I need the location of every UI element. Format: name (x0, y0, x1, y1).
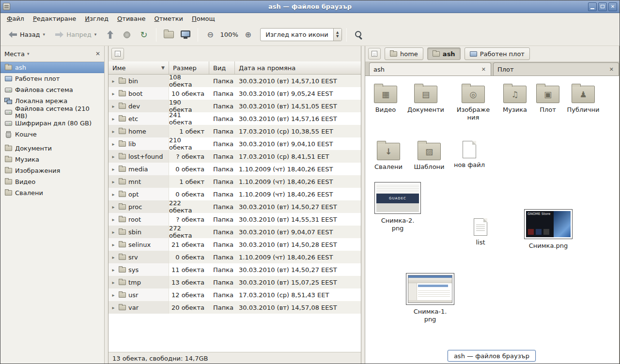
sidebar-item[interactable]: Файлова система (210 MB) (0, 106, 104, 118)
table-row[interactable]: ▸ mnt 1 обект Папка 1.10.2009 (чт) 18,40… (108, 175, 361, 188)
expander-icon[interactable]: ▸ (110, 305, 116, 310)
titlebar[interactable]: ash — файлов браузър ✕ (0, 0, 620, 13)
sidebar-item[interactable]: Свалени (0, 187, 104, 198)
icon-canvas[interactable]: ▦ Видео ▤ Документи ◎ Изображения ♫ Музи… (365, 76, 619, 364)
icon-item-snimka1[interactable]: Снимка-1.png (406, 273, 454, 323)
expander-icon[interactable]: ▸ (110, 104, 116, 109)
sidebar-item[interactable]: Музика (0, 154, 104, 165)
icon-item-public[interactable]: ♟ Публични (563, 82, 604, 114)
table-row[interactable]: ▸ proc 222 обекта Папка 30.03.2010 (вт) … (108, 200, 361, 213)
table-row[interactable]: ▸ opt 0 обекта Папка 1.10.2009 (чт) 18,4… (108, 188, 361, 200)
column-header-modified[interactable]: Дата на промяна (235, 61, 361, 74)
sidebar-item[interactable]: ash (0, 62, 104, 73)
computer-button[interactable] (178, 27, 193, 43)
column-header-name[interactable]: Име ▼ (108, 61, 169, 74)
search-button[interactable] (351, 27, 367, 43)
menu-item[interactable]: Файл (2, 14, 29, 23)
home-button[interactable] (161, 27, 176, 43)
sidebar-item[interactable]: Кошче (0, 129, 104, 140)
sidebar-title[interactable]: Места (4, 50, 25, 58)
menu-item[interactable]: Отиване (113, 14, 150, 23)
icon-item-images[interactable]: ◎ Изображения (453, 82, 494, 121)
table-row[interactable]: ▸ etc 241 обекта Папка 30.03.2010 (вт) 1… (108, 112, 361, 125)
up-button[interactable] (102, 27, 118, 43)
table-row[interactable]: ▸ media 0 обекта Папка 1.10.2009 (чт) 18… (108, 163, 361, 175)
breadcrumb-ash-button[interactable]: ash (427, 47, 461, 60)
expander-icon[interactable]: ▸ (110, 217, 116, 222)
table-row[interactable]: ▸ selinux 21 обекта Папка 30.03.2010 (вт… (108, 238, 361, 251)
table-row[interactable]: ▸ var 20 обекта Папка 30.03.2010 (вт) 14… (108, 301, 361, 314)
back-button[interactable]: Назад ▾ (4, 27, 49, 43)
sidebar-item[interactable]: Видео (0, 176, 104, 187)
menu-item[interactable]: Отметки (150, 14, 188, 23)
menu-item[interactable]: Редактиране (29, 14, 80, 23)
icon-item-snimka2[interactable]: GUADEC Снимка-2.png (373, 182, 422, 232)
icon-item-new-file[interactable]: нов файл (449, 139, 490, 169)
forward-button[interactable]: Напред ▾ (51, 27, 101, 43)
column-header-size[interactable]: Размер (169, 61, 209, 74)
expander-icon[interactable]: ▸ (110, 78, 116, 84)
icon-item-documents[interactable]: ▤ Документи (405, 82, 446, 114)
tab-plot[interactable]: Плот ✕ (493, 62, 619, 76)
sidebar-item[interactable]: Работен плот (0, 73, 104, 84)
reload-button[interactable]: ↻ (136, 27, 152, 43)
expander-icon[interactable]: ▸ (110, 116, 116, 121)
table-row[interactable]: ▸ boot 10 обекта Папка 30.03.2010 (вт) 9… (108, 87, 361, 100)
sidebar-item[interactable]: Файлова система (0, 84, 104, 95)
icon-item-templates[interactable]: ▨ Шаблони (409, 139, 450, 171)
tab-close-icon[interactable]: ✕ (608, 66, 615, 73)
table-row[interactable]: ▸ usr 12 обекта Папка 17.03.2010 (ср) 8,… (108, 288, 361, 301)
table-row[interactable]: ▸ lib 210 обекта Папка 30.03.2010 (вт) 9… (108, 137, 361, 150)
expander-icon[interactable]: ▸ (110, 154, 116, 159)
table-row[interactable]: ▸ sys 11 обекта Папка 30.03.2010 (вт) 14… (108, 263, 361, 276)
icon-item-desktop[interactable]: ▣ Плот (527, 82, 568, 114)
sidebar-item[interactable]: Документи (0, 143, 104, 154)
table-row[interactable]: ▸ bin 108 обекта Папка 30.03.2010 (вт) 1… (108, 75, 361, 87)
menu-item[interactable]: Помощ (187, 14, 219, 23)
expander-icon[interactable]: ▸ (110, 242, 116, 247)
expander-icon[interactable]: ▸ (110, 141, 116, 147)
pane-splitter[interactable] (105, 46, 108, 364)
pane-location-toggle-button[interactable] (111, 48, 124, 60)
zoom-out-button[interactable]: ⊖ (202, 27, 218, 43)
expander-icon[interactable]: ▸ (110, 167, 116, 172)
table-row[interactable]: ▸ tmp 13 обекта Папка 30.03.2010 (вт) 15… (108, 276, 361, 288)
tab-ash[interactable]: ash ✕ (369, 62, 491, 76)
expander-icon[interactable]: ▸ (110, 255, 116, 260)
zoom-in-button[interactable]: ⊕ (240, 27, 256, 43)
breadcrumb-desktop-button[interactable]: Работен плот (465, 47, 530, 60)
expander-icon[interactable]: ▸ (110, 192, 116, 197)
expander-icon[interactable]: ▸ (110, 179, 116, 184)
expander-icon[interactable]: ▸ (110, 204, 116, 210)
icon-item-snimka[interactable]: GNOME Store Снимка.png (524, 209, 573, 250)
expander-icon[interactable]: ▸ (110, 129, 116, 134)
pane-location-toggle-button[interactable] (368, 48, 381, 60)
spinner-arrows-icon[interactable]: ▲▼ (333, 29, 341, 41)
taskbar-window-label[interactable]: ash — файлов браузър (448, 350, 536, 362)
expander-icon[interactable]: ▸ (110, 229, 116, 235)
minimize-button[interactable] (588, 2, 597, 11)
table-row[interactable]: ▸ root ? обекта Папка 30.03.2010 (вт) 14… (108, 213, 361, 226)
view-mode-select[interactable]: Изглед като икони ▲▼ (260, 28, 342, 41)
menu-item[interactable]: Изглед (80, 14, 113, 23)
icon-item-video[interactable]: ▦ Видео (365, 82, 406, 114)
expander-icon[interactable]: ▸ (110, 91, 116, 96)
expander-icon[interactable]: ▸ (110, 267, 116, 273)
stop-button[interactable] (119, 27, 135, 43)
breadcrumb-home-button[interactable]: home (385, 47, 423, 60)
table-row[interactable]: ▸ srv 0 обекта Папка 1.10.2009 (чт) 18,4… (108, 251, 361, 263)
maximize-button[interactable] (598, 2, 607, 11)
close-button[interactable]: ✕ (608, 2, 617, 11)
sidebar-item[interactable]: Изображения (0, 165, 104, 176)
icon-item-list-file[interactable]: list (460, 216, 501, 246)
pane-splitter[interactable] (361, 46, 365, 364)
table-row[interactable]: ▸ home 1 обект Папка 17.03.2010 (ср) 10,… (108, 125, 361, 137)
table-row[interactable]: ▸ dev 190 обекта Папка 30.03.2010 (вт) 1… (108, 100, 361, 112)
icon-item-downloads[interactable]: ↓ Свалени (368, 139, 409, 171)
table-row[interactable]: ▸ sbin 272 обекта Папка 30.03.2010 (вт) … (108, 226, 361, 238)
sort-arrow-icon[interactable]: ▼ (161, 65, 165, 70)
table-row[interactable]: ▸ lost+found ? обекта Папка 17.03.2010 (… (108, 150, 361, 163)
chevron-down-icon[interactable]: ▾ (27, 52, 30, 56)
tab-close-icon[interactable]: ✕ (480, 66, 487, 73)
sidebar-close-icon[interactable]: ✕ (95, 50, 100, 57)
